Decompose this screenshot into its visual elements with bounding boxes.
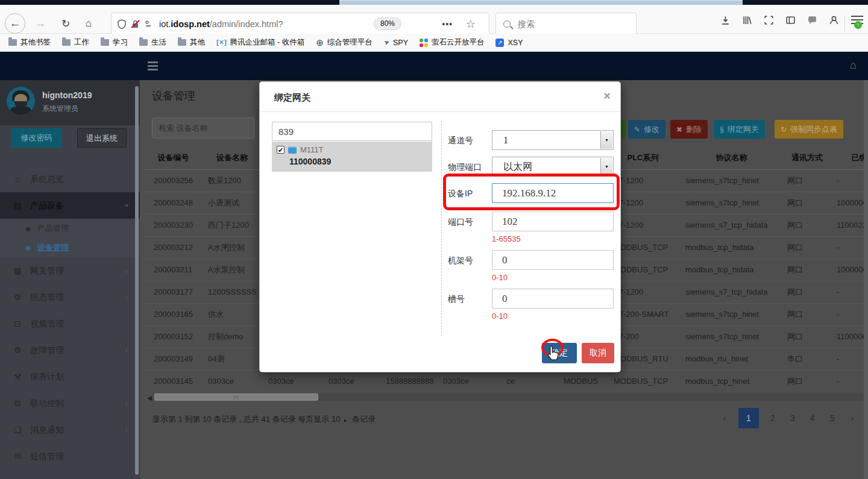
- bookmark-item[interactable]: 生活: [139, 37, 166, 48]
- folder-icon: [178, 39, 186, 46]
- hscroll-left-arrow[interactable]: ◀: [147, 394, 152, 402]
- bookmark-item[interactable]: 工作: [62, 37, 89, 48]
- field-control: [492, 289, 614, 308]
- sidebar-item-产品管理[interactable]: ◉产品管理: [0, 219, 140, 238]
- 绑定网关-button[interactable]: §绑定网关: [714, 120, 765, 139]
- sidebar-item-系统总览[interactable]: ⌂系统总览: [0, 166, 140, 192]
- bookmark-item[interactable]: 萤石云开放平台: [420, 37, 485, 48]
- page-actions-icon[interactable]: •••: [442, 19, 453, 29]
- permissions-icon[interactable]: [145, 20, 152, 28]
- logout-button[interactable]: 退出系统: [77, 128, 127, 148]
- 通道号-select[interactable]: 1▼: [492, 130, 614, 150]
- column-header[interactable]: 设备名称: [202, 146, 262, 169]
- 删除-button[interactable]: ✖删除: [670, 120, 708, 139]
- bookmark-item[interactable]: ➤SPY: [384, 39, 408, 47]
- sidebar-item-label: 消息通知: [30, 416, 64, 443]
- messages-icon[interactable]: [805, 13, 819, 27]
- 槽号-input[interactable]: [492, 289, 614, 308]
- column-header[interactable]: 设备编号: [145, 146, 202, 169]
- column-header[interactable]: 通讯方式: [782, 146, 832, 169]
- field-hint: 0-10: [492, 312, 508, 321]
- sidebar-item-消息通知[interactable]: ❏消息通知‹: [0, 416, 140, 443]
- prev-page-button[interactable]: ‹: [719, 413, 731, 423]
- 机架号-input[interactable]: [492, 250, 614, 270]
- close-icon[interactable]: ×: [603, 89, 611, 103]
- device-search-input[interactable]: [152, 117, 254, 139]
- bookmark-item[interactable]: [✕]腾讯企业邮箱 - 收件箱: [216, 37, 304, 48]
- table-cell: siemens_s7tcp_hinet: [681, 169, 782, 192]
- sidebar-item-网关管理[interactable]: ▦网关管理‹: [0, 257, 140, 284]
- forward-button[interactable]: →: [30, 13, 51, 34]
- chevron-left-icon: ‹: [125, 257, 128, 284]
- hscroll-thumb[interactable]: |||: [154, 393, 318, 401]
- color-dots-icon: [420, 39, 428, 47]
- shield-icon[interactable]: [118, 19, 126, 29]
- insecure-lock-icon[interactable]: [131, 19, 140, 29]
- sidebar-scrollbar[interactable]: [135, 86, 139, 475]
- table-row[interactable]: 2000031450303ce0303ce0303ce1588888888803…: [145, 370, 868, 392]
- sidebar-collapse-icon[interactable]: [148, 61, 158, 72]
- bookmark-item[interactable]: ↗XSY: [495, 39, 523, 47]
- bookmark-star-icon[interactable]: ☆: [466, 17, 476, 31]
- url-bar[interactable]: iot.idosp.net/admin/index.html? 80% ••• …: [111, 13, 489, 35]
- back-button[interactable]: ←: [5, 13, 25, 34]
- reload-button[interactable]: ↻: [55, 13, 76, 34]
- globe-icon: ⊕: [316, 39, 324, 46]
- table-cell: siemens_s7tcp_hinet: [681, 325, 782, 348]
- page-button-5[interactable]: 5: [826, 413, 838, 423]
- zoom-level-badge[interactable]: 80%: [374, 17, 401, 30]
- dropdown-arrow-icon[interactable]: ▼: [600, 131, 612, 149]
- page-scrollbar[interactable]: [864, 80, 868, 479]
- checkbox-checked-icon[interactable]: ✔: [277, 146, 285, 154]
- column-header[interactable]: 协议名称: [681, 146, 782, 169]
- page-button-4[interactable]: 4: [807, 413, 819, 423]
- change-password-button[interactable]: 修改密码: [11, 128, 62, 148]
- bookmark-item[interactable]: ⊕综合管理平台: [316, 37, 373, 48]
- grid-icon: ▦: [11, 469, 24, 479]
- cancel-button[interactable]: 取消: [582, 343, 614, 363]
- page-button-1[interactable]: 1: [738, 408, 759, 428]
- sidebar-item-保养计划[interactable]: ⚒保养计划: [0, 363, 140, 390]
- library-icon[interactable]: [740, 13, 753, 27]
- bookmark-item[interactable]: 其他书签: [8, 37, 51, 48]
- sidebar-item-联动控制[interactable]: ⧉联动控制‹: [0, 390, 140, 416]
- browser-search[interactable]: [495, 13, 637, 35]
- column-header[interactable]: 已绑定网关: [832, 146, 868, 169]
- page-size-select[interactable]: 10▲: [332, 415, 350, 424]
- account-icon[interactable]: [827, 13, 840, 27]
- screen: ← → ↻ ⌂ iot.idosp.net/admin/index.html? …: [0, 0, 868, 479]
- gateway-list-item[interactable]: ✔ M111T 110000839: [272, 142, 432, 172]
- sidebar-item-产品设备[interactable]: ▤产品设备‹: [0, 192, 140, 219]
- table-cell: 200003248: [145, 192, 202, 214]
- table-cell: 网口: [782, 192, 832, 214]
- home-button[interactable]: ⌂: [78, 13, 99, 34]
- page-button-3[interactable]: 3: [787, 413, 799, 423]
- screenshot-icon[interactable]: [762, 13, 775, 27]
- 端口号-input[interactable]: [492, 211, 614, 231]
- sidebar-item-设备管理[interactable]: ◉设备管理: [0, 238, 140, 257]
- sidebar-toggle-icon[interactable]: [784, 13, 797, 27]
- sidebar-item-车间管理[interactable]: ▦车间管理: [0, 469, 140, 479]
- sidebar-item-故障管理[interactable]: ⚙故障管理‹: [0, 337, 140, 363]
- dropdown-arrow-icon[interactable]: ▼: [600, 158, 612, 175]
- 强制同步点表-button[interactable]: ↻强制同步点表: [775, 120, 843, 139]
- page-button-2[interactable]: 2: [767, 413, 779, 423]
- sidebar-item-组态管理[interactable]: ⚙组态管理‹: [0, 284, 140, 310]
- bookmark-item[interactable]: 其他: [178, 37, 205, 48]
- bookmark-item[interactable]: 学习: [101, 37, 128, 48]
- browser-search-input[interactable]: [517, 19, 619, 30]
- app-home-icon[interactable]: ⌂: [850, 59, 857, 72]
- sidebar-item-短信管理[interactable]: ✉短信管理: [0, 443, 140, 469]
- sidebar-item-视频管理[interactable]: ⊡视频管理: [0, 310, 140, 337]
- bookmark-label: 其他: [190, 37, 205, 48]
- next-page-button[interactable]: ›: [846, 413, 858, 423]
- download-icon[interactable]: [719, 13, 732, 27]
- modal-title: 绑定网关: [274, 92, 310, 104]
- bookmarks-items: 其他书签工作学习生活其他[✕]腾讯企业邮箱 - 收件箱⊕综合管理平台➤SPY萤石…: [8, 37, 523, 48]
- field-control: [492, 211, 614, 231]
- gateway-search-input[interactable]: [272, 122, 432, 141]
- menu-icon[interactable]: ↑: [851, 16, 863, 25]
- sidebar-item-label: 短信管理: [30, 443, 64, 469]
- 修改-button[interactable]: ✎修改: [628, 120, 665, 139]
- sidebar-menu: ⌂系统总览▤产品设备‹◉产品管理◉设备管理▦网关管理‹⚙组态管理‹⊡视频管理⚙故…: [0, 166, 140, 479]
